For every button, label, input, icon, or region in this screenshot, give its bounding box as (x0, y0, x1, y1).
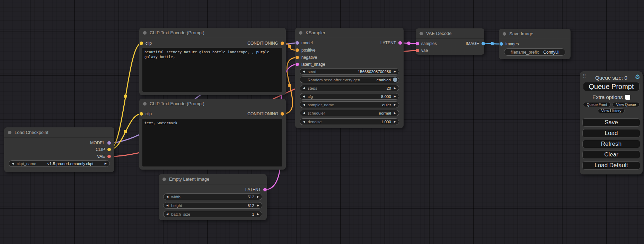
node-title-bar[interactable]: Save Image (499, 29, 571, 39)
decrement-arrow-icon[interactable]: ◀ (166, 204, 168, 207)
load-button[interactable]: Load (582, 129, 640, 137)
widget-cfg[interactable]: ◀ cfg 8.000 ▶ (300, 93, 399, 100)
wire-midpoint-dot[interactable] (124, 130, 127, 133)
input-slot-vae[interactable] (416, 49, 419, 52)
output-slot-vae[interactable] (107, 155, 111, 158)
widget-ckpt-name[interactable]: ◀ ckpt_name v1-5-pruned-emaonly.ckpt ▶ (9, 160, 110, 167)
prompt-textarea[interactable]: text, watermark (142, 119, 282, 166)
collapse-dot-icon[interactable] (299, 31, 302, 35)
increment-arrow-icon[interactable]: ▶ (105, 162, 107, 165)
widget-filename-prefix[interactable]: filename_prefix ComfyUI (504, 48, 565, 56)
clear-button[interactable]: Clear (582, 151, 640, 159)
widget-label: width (171, 195, 180, 199)
widget-sampler-name[interactable]: ◀ sampler_name euler ▶ (300, 101, 399, 108)
decrement-arrow-icon[interactable]: ◀ (166, 213, 168, 216)
widget-width[interactable]: ◀ width 512 ▶ (163, 193, 262, 200)
widget-label: scheduler (308, 111, 325, 115)
increment-arrow-icon[interactable]: ▶ (394, 112, 396, 115)
wire-midpoint-dot[interactable] (407, 42, 411, 45)
widget-random-seed[interactable]: Random seed after every gen enabled (300, 76, 399, 83)
node-title-bar[interactable]: Load Checkpoint (4, 127, 114, 138)
prompt-textarea[interactable]: beautiful scenery nature glass bottle la… (142, 48, 282, 92)
output-slot-latent[interactable] (263, 188, 267, 191)
queue-menu-panel[interactable]: ⠿ Queue size: 0 ⚙ Queue Prompt Extra opt… (580, 71, 643, 174)
increment-arrow-icon[interactable]: ▶ (394, 95, 396, 98)
decrement-arrow-icon[interactable]: ◀ (303, 103, 305, 106)
input-slot-clip[interactable] (140, 112, 143, 116)
load-default-button[interactable]: Load Default (582, 161, 640, 170)
input-slot-clip[interactable] (140, 42, 143, 45)
decrement-arrow-icon[interactable]: ◀ (12, 162, 14, 165)
increment-arrow-icon[interactable]: ▶ (257, 204, 259, 207)
view-history-button[interactable]: View History (598, 108, 625, 113)
extra-options-row: Extra options (580, 94, 643, 100)
view-queue-button[interactable]: View Queue (612, 102, 639, 107)
wire-midpoint-dot[interactable] (124, 94, 127, 98)
node-title-bar[interactable]: CLIP Text Encode (Prompt) (139, 28, 286, 38)
output-slot-latent[interactable] (398, 41, 402, 45)
graph-canvas[interactable]: Load Checkpoint MODEL CLIP VAE ◀ ckpt_na… (0, 0, 644, 244)
decrement-arrow-icon[interactable]: ◀ (303, 70, 305, 73)
node-load-checkpoint[interactable]: Load Checkpoint MODEL CLIP VAE ◀ ckpt_na… (4, 127, 114, 172)
increment-arrow-icon[interactable]: ▶ (394, 120, 396, 123)
node-vae-decode[interactable]: VAE Decode samples vae IMAGE (416, 28, 484, 55)
node-save-image[interactable]: Save Image images filename_prefix ComfyU… (499, 29, 571, 59)
decrement-arrow-icon[interactable]: ◀ (303, 95, 305, 98)
input-slot-negative[interactable] (295, 56, 299, 59)
wire-midpoint-dot[interactable] (491, 42, 494, 45)
output-slot-image[interactable] (482, 42, 485, 45)
collapse-dot-icon[interactable] (8, 131, 11, 134)
node-title: CLIP Text Encode (Prompt) (150, 101, 204, 106)
increment-arrow-icon[interactable]: ▶ (257, 213, 259, 216)
input-slot-model[interactable] (295, 41, 299, 45)
widget-steps[interactable]: ◀ steps 20 ▶ (300, 85, 399, 91)
toggle-icon[interactable] (393, 78, 397, 82)
widget-label: steps (308, 86, 317, 90)
node-title-bar[interactable]: VAE Decode (416, 28, 484, 39)
input-label-clip: clip (145, 40, 152, 46)
widget-batch-size[interactable]: ◀ batch_size 1 ▶ (163, 211, 262, 217)
node-title-bar[interactable]: KSampler (295, 28, 404, 38)
refresh-button[interactable]: Refresh (582, 140, 640, 148)
queue-front-button[interactable]: Queue Front (583, 102, 611, 107)
input-slot-images[interactable] (500, 42, 503, 46)
decrement-arrow-icon[interactable]: ◀ (303, 87, 305, 90)
extra-options-checkbox[interactable] (625, 95, 630, 100)
output-slot-model[interactable] (107, 141, 111, 145)
collapse-dot-icon[interactable] (143, 31, 147, 35)
output-slot-clip[interactable] (107, 148, 111, 151)
widget-denoise[interactable]: ◀ denoise 1.000 ▶ (300, 118, 399, 125)
collapse-dot-icon[interactable] (503, 32, 506, 36)
widget-height[interactable]: ◀ height 512 ▶ (163, 202, 262, 209)
collapse-dot-icon[interactable] (143, 102, 147, 106)
widget-scheduler[interactable]: ◀ scheduler normal ▶ (300, 110, 399, 116)
decrement-arrow-icon[interactable]: ◀ (303, 112, 305, 115)
node-ksampler[interactable]: KSampler model positive negative latent_… (295, 28, 404, 128)
input-slot-samples[interactable] (416, 42, 419, 45)
wire-midpoint-dot[interactable] (288, 45, 291, 48)
increment-arrow-icon[interactable]: ▶ (257, 196, 259, 198)
output-slot-conditioning[interactable] (281, 42, 284, 45)
collapse-dot-icon[interactable] (162, 178, 166, 181)
input-slot-positive[interactable] (295, 48, 299, 52)
node-title-bar[interactable]: CLIP Text Encode (Prompt) (139, 99, 286, 109)
node-clip-text-encode-positive[interactable]: CLIP Text Encode (Prompt) clip CONDITION… (139, 28, 286, 95)
output-label-latent: LATENT (380, 40, 396, 46)
save-button[interactable]: Save (582, 118, 640, 127)
node-empty-latent-image[interactable]: Empty Latent Image LATENT ◀ width 512 ▶ … (159, 174, 267, 220)
collapse-dot-icon[interactable] (420, 32, 423, 35)
node-clip-text-encode-negative[interactable]: CLIP Text Encode (Prompt) clip CONDITION… (139, 99, 286, 170)
gear-icon[interactable]: ⚙ (635, 73, 640, 81)
increment-arrow-icon[interactable]: ▶ (394, 87, 396, 90)
increment-arrow-icon[interactable]: ▶ (394, 70, 396, 73)
output-slot-conditioning[interactable] (281, 112, 284, 116)
input-slot-latent-image[interactable] (295, 63, 299, 66)
decrement-arrow-icon[interactable]: ◀ (303, 120, 305, 123)
node-title-bar[interactable]: Empty Latent Image (159, 174, 267, 184)
queue-prompt-button[interactable]: Queue Prompt (583, 82, 639, 91)
wire-midpoint-dot[interactable] (288, 84, 291, 87)
widget-seed[interactable]: ◀ seed 156680208700286 ▶ (300, 68, 399, 75)
increment-arrow-icon[interactable]: ▶ (394, 103, 396, 106)
input-label-vae: vae (421, 48, 428, 53)
decrement-arrow-icon[interactable]: ◀ (166, 196, 168, 198)
